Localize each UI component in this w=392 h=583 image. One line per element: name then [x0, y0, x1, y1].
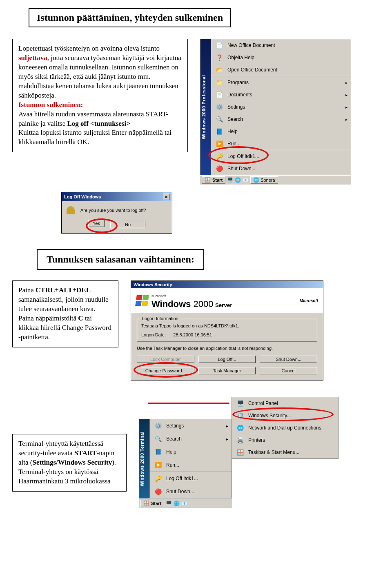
menu-item-label: New Office Document	[227, 42, 275, 48]
security-button[interactable]: Shut Down...	[260, 356, 317, 363]
logoff-dialog: Log Off Windows ✕ Are you sure you want …	[61, 192, 172, 234]
menu-item[interactable]: 🔴Shut Down...	[150, 485, 232, 498]
s3p4: Terminal-yhteys on käytössä Haartmaninka…	[18, 468, 111, 485]
menu-item-label: Shut Down...	[166, 489, 194, 494]
menu-item[interactable]: ▶️Run...	[150, 458, 232, 472]
menu-item-label: Log Off ltdk1...	[166, 476, 198, 481]
settings-submenu: 🖥️Control Panel🛡️Windows Security...🌐Net…	[232, 397, 339, 459]
menu-item[interactable]: 📄Documents▸	[211, 89, 351, 101]
menu-item[interactable]: 📘Help	[150, 445, 232, 458]
menu-item[interactable]: 🌐Network and Dial-up Connections	[232, 422, 338, 434]
chevron-right-icon: ▸	[345, 105, 347, 109]
menu-item-label: Search	[166, 436, 182, 442]
security-button[interactable]: Log Off...	[198, 356, 256, 363]
menu-item-label: Run...	[166, 462, 179, 468]
sec-dialog-title: Windows Security	[134, 282, 172, 287]
start-label: Start	[212, 178, 223, 182]
menu-item-icon: 🌐	[236, 424, 244, 432]
start-button[interactable]: 🪟 Start	[202, 176, 225, 184]
date-value: 28.8.2000 16:06:51	[173, 332, 212, 337]
menu-item-icon: 🛡️	[236, 412, 244, 420]
security-button[interactable]: Cancel	[260, 367, 317, 374]
menu-item-label: Control Panel	[248, 401, 278, 406]
menu-item[interactable]: ⚙️Settings▸	[211, 101, 351, 113]
logon-info-fieldset: Logon Information Testaaja Teppo is logg…	[137, 319, 317, 342]
menu-item-label: Programs	[227, 80, 249, 85]
key-icon	[67, 206, 75, 214]
menu-item-icon: 📄	[215, 91, 223, 99]
date-label: Logon Date:	[141, 332, 166, 337]
yes-button[interactable]: Yes	[88, 220, 105, 227]
menu-item-label: Taskbar & Start Menu...	[248, 449, 299, 455]
menu-item-icon: 📄	[215, 41, 223, 49]
menu-item-icon: 📘	[215, 127, 223, 136]
windows-2000-bar: Windows 2000 Professional	[200, 39, 211, 175]
menu-item-icon: 🔑	[154, 474, 162, 483]
path-bold: Settings/Windows Security	[32, 458, 112, 466]
menu-item[interactable]: 🪟Taskbar & Start Menu...	[232, 446, 338, 458]
chevron-right-icon: ▸	[226, 424, 228, 428]
menu-item[interactable]: 🖨️Printers	[232, 434, 338, 446]
logoff-bold: Log off <tunnuksesi>	[67, 120, 130, 127]
terminal-taskbar: 🪟 Start 🖥️ 🌐 📧	[139, 498, 232, 508]
menu-item-label: Windows Security...	[248, 413, 291, 418]
menu-item[interactable]: 📘Help	[211, 125, 351, 138]
menu-item[interactable]: 📂Open Office Document	[211, 64, 351, 76]
dialog-question: Are you sure you want to log off?	[80, 208, 146, 213]
taskbar-ql2-icon[interactable]: 🌐	[174, 501, 180, 506]
taskbar-app-button[interactable]: 🌐 Sonera	[250, 176, 278, 184]
menu-item-icon: ▶️	[215, 140, 223, 148]
taskbar-ie-icon[interactable]: 🌐	[235, 177, 241, 183]
instructions-box-3: Terminal-yhteyttä käytettäessä security-…	[12, 434, 127, 492]
taskbar-ql3-icon[interactable]: 📧	[181, 501, 187, 506]
p1a: Lopetettuasi työskentelyn on avoinna ole…	[18, 45, 160, 52]
subheading: Istunnon sulkeminen:	[18, 101, 83, 109]
p3b: Kuittaa lopuksi istunto suljetuksi Enter…	[18, 129, 172, 146]
menu-item-icon: 🔑	[215, 152, 223, 160]
menu-item[interactable]: ⚙️Settings▸	[150, 419, 232, 432]
menu-item[interactable]: ❓Ohjeita Help	[211, 51, 351, 64]
section2-title: Tunnuksen salasanan vaihtaminen:	[37, 249, 204, 270]
windows-flag-icon: 🪟	[205, 177, 211, 183]
terminal-start-menu-screenshot: Windows 2000 Terminal ⚙️Settings▸🔍Search…	[139, 397, 339, 508]
menu-item[interactable]: 🔴Shut Down...	[211, 162, 351, 175]
menu-item-label: Settings	[227, 104, 245, 110]
security-button[interactable]: Change Password...	[137, 367, 194, 374]
taskbar-outlook-icon[interactable]: 📧	[243, 177, 249, 183]
section1-title: Istunnon päättäminen, yhteyden sulkemine…	[29, 8, 231, 27]
menu-item-icon: 📁	[215, 78, 223, 87]
menu-item-label: Open Office Document	[227, 67, 277, 73]
taskbar-quicklaunch-icon[interactable]: 🖥️	[227, 177, 233, 183]
menu-item-label: Search	[227, 116, 243, 122]
menu-item[interactable]: 🔑Log Off ltdk1...	[150, 472, 232, 485]
menu-item-label: Help	[227, 129, 238, 134]
menu-item[interactable]: 🔍Search▸	[211, 113, 351, 125]
menu-item[interactable]: 🔑Log Off ltdk1...	[211, 150, 351, 162]
menu-item-icon: 🪟	[236, 448, 244, 456]
menu-item[interactable]: 🛡️Windows Security...	[232, 409, 338, 422]
close-icon[interactable]: ✕	[163, 194, 169, 200]
chevron-right-icon: ▸	[345, 117, 347, 122]
s2p1b: samanaikaisesti, jolloin ruudulle tulee …	[18, 296, 109, 313]
security-button: Lock Computer	[137, 356, 194, 363]
dialog-titlebar: Log Off Windows ✕	[62, 192, 172, 201]
security-button[interactable]: Task Manager	[198, 367, 256, 374]
menu-item[interactable]: 🔍Search▸	[150, 432, 232, 445]
menu-item[interactable]: 📄New Office Document	[211, 39, 351, 51]
taskbar-ql1-icon[interactable]: 🖥️	[166, 501, 172, 506]
menu-item-label: Run...	[227, 141, 241, 147]
no-button[interactable]: No	[110, 221, 145, 228]
menu-item[interactable]: 🖥️Control Panel	[232, 397, 338, 409]
menu-item[interactable]: 📁Programs▸	[211, 76, 351, 89]
chevron-right-icon: ▸	[226, 437, 228, 441]
taskbar-app-label: Sonera	[261, 178, 275, 182]
menu-item[interactable]: ▶️Run...	[211, 138, 351, 150]
start-bold: START	[74, 449, 97, 457]
windows-2000-terminal-bar: Windows 2000 Terminal	[139, 419, 149, 498]
menu-item-label: Log Off ltdk1...	[227, 154, 259, 159]
sec-dialog-titlebar: Windows Security	[131, 281, 323, 288]
terminal-start-button[interactable]: 🪟 Start	[140, 500, 164, 507]
windows-security-dialog: Windows Security Microsoft Windows 2000 …	[131, 280, 323, 381]
menu-item-icon: 🖥️	[236, 399, 244, 407]
edition-label: Server	[215, 302, 232, 308]
